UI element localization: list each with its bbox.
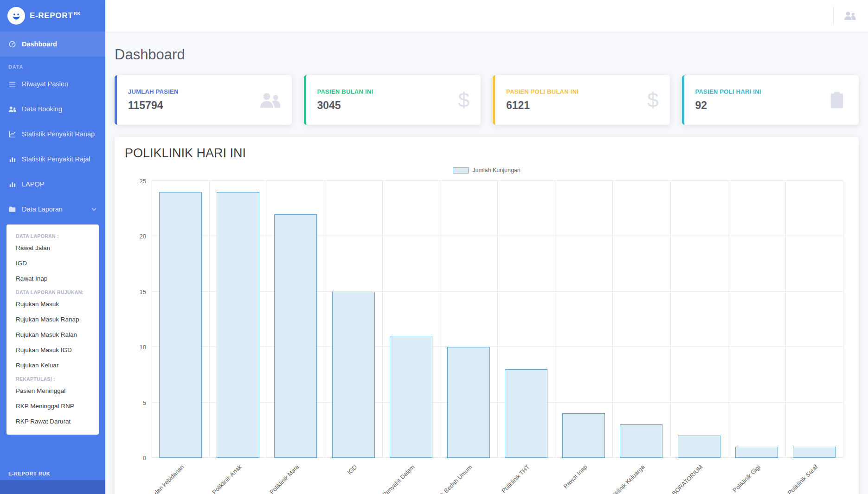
stat-card-body: PASIEN POLI BULAN INI6121 [506, 88, 579, 112]
chart-bar-icon [8, 180, 16, 188]
sidebar-item-dashboard[interactable]: Dashboard [0, 32, 105, 57]
sidebar-item-data-booking[interactable]: Data Booking [0, 96, 105, 122]
chart-bar [735, 447, 778, 458]
x-tick-label: Poliklinik Anak [211, 463, 243, 494]
chart-card: POLIKLINIK HARI INI Jumlah Kunjungan 051… [115, 137, 859, 494]
sidebar-item-statistik-penyakit-rajal[interactable]: Statistik Penyakit Rajal [0, 147, 105, 172]
sidebar-item-lapop[interactable]: LAPOP [0, 172, 105, 197]
legend-swatch [453, 167, 469, 173]
sidebar-item-label: Data Laporan [22, 205, 63, 213]
sidebar: E-REPORTRK Dashboard DATA Riwayat Pasien… [0, 0, 105, 494]
submenu-item-rkp-rawat-darurat[interactable]: RKP Rawat Darurat [6, 414, 99, 429]
submenu-item-rujukan-masuk[interactable]: Rujukan Masuk [6, 296, 99, 312]
sidebar-item-label: Riwayat Pasien [22, 80, 68, 88]
chart-bar [159, 192, 202, 458]
submenu-group-header: REKAPTULASI : [6, 373, 99, 383]
sidebar-item-label: Statistik Penyakit Ranap [22, 130, 95, 138]
x-tick-label: Poliklinik Mata [269, 463, 301, 494]
submenu-group-header: DATA LAPORAN RUJUKAN: [6, 286, 99, 296]
y-tick-label: 20 [140, 233, 146, 240]
sidebar-item-statistik-penyakit-ranap[interactable]: Statistik Penyakit Ranap [0, 122, 105, 147]
chart-bar [562, 413, 605, 458]
sidebar-item-label: LAPOP [22, 180, 44, 188]
legend-label: Jumlah Kunjungan [472, 167, 521, 173]
submenu-item-rujukan-masuk-ralan[interactable]: Rujukan Masuk Ralan [6, 327, 99, 342]
submenu-group-header: DATA LAPORAN : [6, 230, 99, 240]
submenu-item-rawat-jalan[interactable]: Rawat Jalan [6, 240, 99, 256]
folder-icon [8, 205, 16, 213]
sidebar-footer: E-REPORT RUK [0, 465, 105, 494]
clipboard-icon [826, 91, 848, 109]
submenu-item-rkp-meninggal-rnp[interactable]: RKP Meninggal RNP [6, 398, 99, 414]
stat-card-body: PASIEN BULAN INI3045 [317, 88, 373, 112]
stat-card-pasien-poli-bulan-ini: PASIEN POLI BULAN INI6121$ [493, 75, 670, 125]
chart-bar [620, 424, 662, 458]
y-tick-label: 10 [140, 344, 146, 351]
chart-bar [332, 292, 375, 458]
sidebar-submenu: DATA LAPORAN :Rawat JalanIGDRawat InapDA… [6, 225, 99, 435]
topbar [105, 0, 868, 32]
chart-bar [505, 369, 547, 458]
v-gridline [497, 181, 498, 458]
v-gridline [267, 181, 267, 458]
y-tick-label: 5 [143, 399, 146, 406]
x-tick-label: Poliklinik THT [500, 463, 531, 494]
stat-card-label: PASIEN POLI HARI INI [695, 88, 761, 95]
chart-bar [390, 336, 432, 458]
stat-card-value: 115794 [128, 99, 179, 112]
chart-bar [447, 347, 490, 458]
chart-bar [793, 447, 836, 458]
chart-bar-icon [8, 155, 16, 163]
v-gridline [325, 181, 325, 458]
main-area: Dashboard JUMLAH PASIEN115794PASIEN BULA… [105, 0, 868, 494]
stat-card-label: PASIEN POLI BULAN INI [506, 88, 579, 95]
v-gridline [612, 181, 613, 458]
users-icon[interactable] [844, 11, 856, 21]
sidebar-section-label: DATA [0, 57, 105, 71]
dollar-icon: $ [647, 90, 658, 110]
brand-superscript: RK [74, 11, 80, 16]
stat-cards-row: JUMLAH PASIEN115794PASIEN BULAN INI3045$… [115, 75, 859, 125]
sidebar-item-label: Dashboard [22, 40, 57, 48]
x-tick-label: Rawat Inap [562, 463, 589, 490]
chart-line-icon [8, 130, 16, 138]
v-gridline [728, 181, 728, 458]
submenu-item-pasien-meninggal[interactable]: Pasien Meninggal [6, 383, 99, 398]
x-axis-labels: Kandungan dan kebidananPoliklinik AnakPo… [152, 458, 843, 494]
submenu-item-rujukan-masuk-igd[interactable]: Rujukan Masuk IGD [6, 342, 99, 358]
stat-card-value: 3045 [317, 99, 373, 112]
stat-card-body: PASIEN POLI HARI INI92 [695, 88, 761, 112]
submenu-item-rujukan-keluar[interactable]: Rujukan Keluar [6, 358, 99, 373]
chart-bar [274, 214, 317, 458]
submenu-item-rujukan-masuk-ranap[interactable]: Rujukan Masuk Ranap [6, 312, 99, 327]
bar-chart-plot: 0510152025Kandungan dan kebidananPolikli… [152, 181, 843, 458]
stat-card-jumlah-pasien: JUMLAH PASIEN115794 [115, 75, 292, 125]
v-gridline [785, 181, 786, 458]
topbar-divider [833, 7, 834, 25]
sidebar-nav: Dashboard DATA Riwayat PasienData Bookin… [0, 32, 105, 435]
v-gridline [555, 181, 555, 458]
app-root: E-REPORTRK Dashboard DATA Riwayat Pasien… [0, 0, 868, 494]
sidebar-item-label: Statistik Penyakit Rajal [22, 155, 90, 163]
v-gridline [382, 181, 383, 458]
stat-card-pasien-poli-hari-ini: PASIEN POLI HARI INI92 [682, 75, 859, 125]
users-icon [259, 91, 281, 109]
brand[interactable]: E-REPORTRK [0, 0, 105, 32]
sidebar-item-riwayat-pasien[interactable]: Riwayat Pasien [0, 71, 105, 96]
x-tick-label: Poliklinik Saraf [786, 463, 819, 494]
sidebar-item-data-laporan[interactable]: Data Laporan [0, 197, 105, 222]
v-gridline [440, 181, 440, 458]
stat-card-pasien-bulan-ini: PASIEN BULAN INI3045$ [304, 75, 481, 125]
content: Dashboard JUMLAH PASIEN115794PASIEN BULA… [105, 32, 868, 494]
sidebar-footer-label: E-REPORT RUK [0, 465, 105, 480]
submenu-item-igd[interactable]: IGD [6, 256, 99, 271]
stat-card-value: 6121 [506, 99, 579, 112]
x-tick-label: LABORATORIUM [665, 463, 704, 494]
chart-title: POLIKLINIK HARI INI [125, 146, 849, 160]
v-gridline [152, 181, 152, 458]
brand-name-text: E-REPORT [30, 11, 73, 20]
x-tick-label: Poliklinik Bedah Umum [424, 463, 473, 494]
submenu-item-rawat-inap[interactable]: Rawat Inap [6, 271, 99, 286]
y-tick-label: 0 [143, 455, 146, 462]
chevron-down-icon [91, 206, 97, 212]
